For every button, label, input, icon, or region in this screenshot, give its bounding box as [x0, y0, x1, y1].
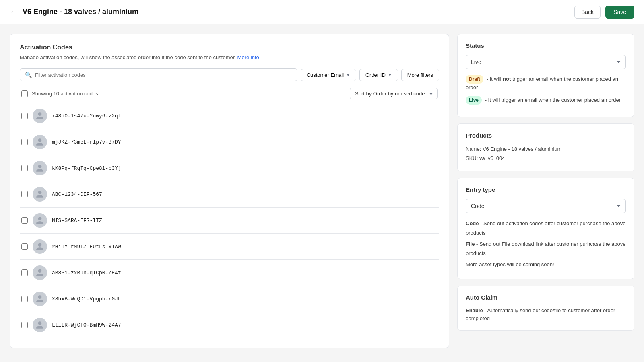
search-icon: 🔍: [25, 72, 32, 78]
back-button[interactable]: Back: [574, 6, 601, 19]
products-card: Products Name: V6 Engine - 18 valves / a…: [457, 123, 634, 172]
enable-bold: Enable: [466, 307, 483, 313]
auto-claim-card: Auto Claim Enable - Automatically send o…: [457, 286, 634, 331]
avatar: [33, 318, 47, 332]
chevron-down-icon: ▼: [388, 73, 392, 77]
code-list: x48i0-1s47x-Yuwy6-z2qt mjJKZ-73meL-rlp7v…: [20, 103, 439, 338]
draft-badge: Draft: [466, 75, 483, 84]
entry-type-card: Entry type Code File Code - Send out act…: [457, 178, 634, 279]
code-text: X8hxB-WrQD1-Vpgpb-rGJL: [52, 296, 121, 302]
status-title: Status: [466, 42, 626, 49]
chevron-down-icon: ▼: [346, 73, 350, 77]
code-text: kK8Pq-fRgTq-Cpe8l-b3Yj: [52, 165, 121, 171]
avatar: [33, 239, 47, 254]
code-checkbox[interactable]: [21, 322, 28, 328]
top-bar: ← V6 Engine - 18 valves / aluminium Back…: [0, 0, 644, 24]
live-desc: - It will trigger an email when the cust…: [485, 97, 621, 103]
live-badge: Live: [466, 96, 482, 105]
more-info-link[interactable]: More info: [237, 54, 259, 60]
code-checkbox[interactable]: [21, 139, 28, 145]
entry-type-select[interactable]: Code File: [466, 199, 626, 213]
section-desc: Manage activation codes, will show the a…: [20, 54, 439, 60]
code-checkbox[interactable]: [21, 269, 28, 276]
avatar: [33, 109, 47, 123]
code-item: rHilY-rM9IZ-EUtLs-xlAW: [20, 234, 439, 260]
showing-count: Showing 10 activation codes: [32, 90, 98, 97]
section-title: Activation Codes: [20, 44, 439, 51]
code-checkbox[interactable]: [21, 296, 28, 302]
search-input[interactable]: [35, 72, 292, 78]
code-item: mjJKZ-73meL-rlp7v-B7DY: [20, 129, 439, 155]
code-text: ABC-1234-DEF-567: [52, 191, 102, 197]
right-panel: Status Live Draft Draft - It will not tr…: [457, 34, 634, 348]
code-checkbox[interactable]: [21, 165, 28, 171]
code-item: kK8Pq-fRgTq-Cpe8l-b3Yj: [20, 155, 439, 181]
customer-email-filter[interactable]: Customer Email ▼: [301, 69, 356, 81]
entry-type-title: Entry type: [466, 186, 626, 193]
avatar: [33, 161, 47, 175]
code-item: NIS-SARA-EFR-ITZ: [20, 208, 439, 234]
code-text: mjJKZ-73meL-rlp7v-B7DY: [52, 139, 121, 145]
select-all-checkbox[interactable]: [21, 90, 28, 97]
coming-soon-text: More asset types will be coming soon!: [466, 260, 626, 269]
avatar: [33, 135, 47, 149]
filters-row: 🔍 Customer Email ▼ Order ID ▼ More filte…: [20, 68, 439, 81]
code-bold: Code: [466, 220, 479, 226]
avatar: [33, 265, 47, 280]
auto-claim-title: Auto Claim: [466, 294, 626, 301]
top-bar-left: ← V6 Engine - 18 valves / aluminium: [10, 7, 138, 16]
avatar: [33, 213, 47, 228]
draft-status-info: Draft - It will not trigger an email whe…: [466, 75, 626, 92]
entry-type-info: Code - Send out activation codes after c…: [466, 219, 626, 269]
code-item: aB831-zxBub-qlCp0-ZH4f: [20, 260, 439, 286]
live-status-info: Live - It will trigger an email when the…: [466, 96, 626, 105]
code-text: aB831-zxBub-qlCp0-ZH4f: [52, 270, 121, 276]
code-checkbox[interactable]: [21, 243, 28, 250]
avatar: [33, 187, 47, 202]
code-checkbox[interactable]: [21, 113, 28, 119]
avatar: [33, 292, 47, 306]
code-item: ABC-1234-DEF-567: [20, 181, 439, 208]
status-select[interactable]: Live Draft: [466, 55, 626, 69]
page-title: V6 Engine - 18 valves / aluminium: [23, 8, 138, 16]
code-checkbox[interactable]: [21, 191, 28, 197]
auto-claim-info: Enable - Automatically send out code/fil…: [466, 306, 626, 322]
code-text: LtlIR-WjCTO-BmH9W-24A7: [52, 322, 121, 328]
left-panel: Activation Codes Manage activation codes…: [10, 34, 449, 348]
code-text: NIS-SARA-EFR-ITZ: [52, 218, 102, 224]
code-text: rHilY-rM9IZ-EUtLs-xlAW: [52, 244, 121, 250]
order-id-filter[interactable]: Order ID ▼: [359, 69, 398, 81]
back-arrow-button[interactable]: ←: [10, 7, 18, 16]
more-filters-button[interactable]: More filters: [401, 69, 439, 81]
sort-select[interactable]: Sort by Order by unused code: [350, 88, 438, 99]
list-header: Showing 10 activation codes Sort by Orde…: [20, 88, 439, 99]
status-card: Status Live Draft Draft - It will not tr…: [457, 34, 634, 117]
products-title: Products: [466, 132, 626, 139]
draft-desc: - It will not trigger an email when the …: [466, 76, 618, 90]
code-item: X8hxB-WrQD1-Vpgpb-rGJL: [20, 286, 439, 312]
code-item: LtlIR-WjCTO-BmH9W-24A7: [20, 312, 439, 338]
code-item: x48i0-1s47x-Yuwy6-z2qt: [20, 103, 439, 129]
products-name: Name: V6 Engine - 18 valves / aluminium …: [466, 144, 626, 163]
top-bar-right: Back Save: [574, 6, 634, 19]
save-button[interactable]: Save: [605, 6, 634, 19]
status-select-wrap: Live Draft: [466, 55, 626, 69]
main-content: Activation Codes Manage activation codes…: [0, 24, 644, 358]
code-checkbox[interactable]: [21, 217, 28, 224]
code-text: x48i0-1s47x-Yuwy6-z2qt: [52, 113, 121, 119]
search-box: 🔍: [20, 68, 297, 81]
file-bold: File: [466, 241, 475, 247]
